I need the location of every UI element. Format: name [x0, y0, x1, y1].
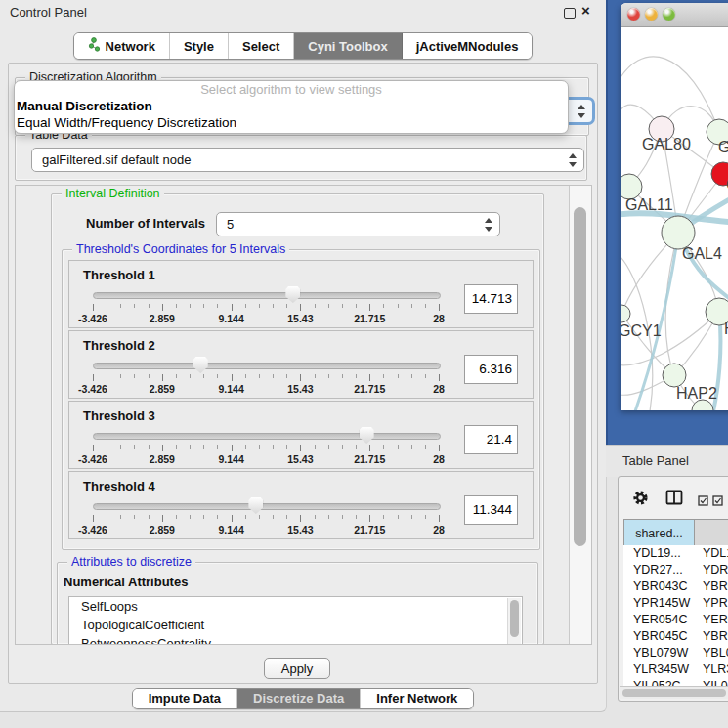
- tab-cyni-toolbox[interactable]: Cyni Toolbox: [294, 33, 402, 59]
- network-node-label: GAL80: [642, 136, 691, 152]
- network-node-label: GAL4: [682, 245, 722, 262]
- network-node-label: GCY1: [621, 322, 662, 339]
- columns-icon[interactable]: [665, 490, 683, 509]
- tab-network[interactable]: Network: [74, 33, 170, 59]
- tab-select[interactable]: Select: [229, 33, 294, 59]
- thresholds-group-label: Threshold's Coordinates for 5 Intervals: [72, 242, 289, 256]
- table-header-row: shared... na: [623, 519, 728, 547]
- float-window-icon[interactable]: [564, 8, 576, 19]
- table-row[interactable]: YBR043CYBR0: [623, 578, 728, 595]
- column-header-name[interactable]: na: [695, 520, 728, 546]
- combo-stepper-icon: [485, 218, 492, 232]
- network-node-label: HAP2: [676, 385, 717, 402]
- network-node-label: GAL11: [625, 196, 673, 213]
- bottom-tab-bar: Impute Data Discretize Data Infer Networ…: [0, 688, 606, 709]
- control-panel-titlebar[interactable]: Control Panel ×: [0, 0, 606, 23]
- threshold-4-value-field[interactable]: 11.344: [464, 495, 518, 525]
- numerical-attributes-list[interactable]: SelfLoopsTopologicalCoefficientBetweenne…: [68, 596, 523, 644]
- list-scrollbar[interactable]: [507, 598, 521, 644]
- threshold-3-value-field[interactable]: 21.4: [464, 425, 518, 454]
- network-window-titlebar[interactable]: [621, 3, 728, 27]
- slider-track[interactable]: [93, 433, 441, 440]
- top-tab-bar: Network Style Select Cyni Toolbox jActiv…: [0, 32, 606, 60]
- network-node-label: H: [724, 321, 728, 337]
- tab-jactivemnodules[interactable]: jActiveMNodules: [403, 33, 533, 59]
- desktop-background: Control Panel × Network: [0, 0, 728, 728]
- gear-icon[interactable]: [632, 490, 649, 510]
- interval-definition-group: Interval Definition Number of Intervals …: [51, 193, 544, 644]
- slider-track[interactable]: [93, 292, 441, 299]
- tab-impute-data[interactable]: Impute Data: [133, 689, 237, 708]
- slider-thumb[interactable]: [248, 497, 263, 514]
- table-panel: shared... na YDL19...YDL1YDR27...YDR2YBR…: [618, 476, 728, 702]
- slider-thumb[interactable]: [360, 427, 374, 444]
- table-row[interactable]: YPR145WYPR1: [623, 595, 728, 612]
- threshold-4-panel: Threshold 4 -3.4262.8599.14415.4321.7152…: [68, 471, 534, 539]
- slider-thumb[interactable]: [193, 357, 208, 373]
- network-node[interactable]: [621, 305, 630, 322]
- table-row[interactable]: YER054CYER0: [623, 612, 728, 628]
- scrollbar-thumb[interactable]: [622, 689, 726, 697]
- apply-button[interactable]: Apply: [264, 658, 330, 679]
- close-traffic-light[interactable]: [627, 8, 640, 21]
- threshold-1-panel: Threshold 1 -3.4262.8599.14415.4321.7152…: [68, 260, 534, 328]
- combo-stepper-icon: [578, 105, 585, 118]
- threshold-1-value-field[interactable]: 14.713: [464, 284, 518, 314]
- table-row[interactable]: YLR345WYLR3: [623, 662, 728, 678]
- threshold-4-slider[interactable]: -3.4262.8599.14415.4321.71528: [93, 497, 439, 538]
- tab-discretize-data[interactable]: Discretize Data: [237, 689, 361, 708]
- network-canvas[interactable]: GAL80GACGAL11GAL4GCY1HHAP2: [621, 27, 728, 410]
- table-row[interactable]: YDR27...YDR2: [623, 562, 728, 578]
- control-panel-window: Control Panel × Network: [0, 0, 607, 712]
- attributes-group: Attributes to discretize Numerical Attri…: [57, 562, 538, 644]
- threshold-2-value-field[interactable]: 6.316: [464, 355, 518, 384]
- network-node[interactable]: [662, 216, 695, 249]
- table-row[interactable]: YDL19...YDL1: [623, 545, 728, 562]
- table-row[interactable]: YBL079WYBL0: [623, 645, 728, 662]
- window-title: Control Panel: [10, 5, 87, 20]
- slider-track[interactable]: [93, 363, 441, 369]
- list-item[interactable]: SelfLoops: [69, 597, 522, 616]
- scrollbar-thumb[interactable]: [574, 207, 586, 546]
- zoom-traffic-light[interactable]: [663, 8, 675, 21]
- slider-track[interactable]: [93, 503, 441, 510]
- thresholds-group: Threshold's Coordinates for 5 Intervals …: [62, 249, 540, 550]
- table-panel-titlebar[interactable]: Table Panel: [606, 445, 728, 477]
- settings-scrollpane: Interval Definition Number of Intervals …: [15, 185, 592, 645]
- threshold-2-panel: Threshold 2 -3.4262.8599.14415.4321.7152…: [68, 330, 534, 399]
- table-data-group: Table Data galFiltered.sif default node: [15, 135, 587, 181]
- threshold-2-slider[interactable]: -3.4262.8599.14415.4321.71528: [93, 357, 439, 398]
- cyni-content-panel: Discretization Algorithm Select algorith…: [8, 63, 598, 684]
- threshold-3-slider[interactable]: -3.4262.8599.14415.4321.71528: [93, 427, 439, 468]
- network-icon: [88, 37, 101, 55]
- threshold-1-slider[interactable]: -3.4262.8599.14415.4321.71528: [93, 286, 439, 327]
- tab-style[interactable]: Style: [170, 33, 229, 59]
- table-row[interactable]: YBR045CYBR0: [623, 628, 728, 645]
- number-of-intervals-label: Number of Intervals: [86, 216, 205, 231]
- numerical-attributes-label: Numerical Attributes: [64, 575, 188, 589]
- interval-definition-label: Interval Definition: [62, 187, 164, 200]
- table-panel-title: Table Panel: [622, 453, 689, 468]
- unselect-all-checkbox-icon[interactable]: [712, 492, 723, 510]
- select-all-checkbox-icon[interactable]: [698, 492, 708, 510]
- list-item[interactable]: TopologicalCoefficient: [69, 616, 522, 634]
- dropdown-option-equal-width[interactable]: Equal Width/Frequency Discretization: [15, 114, 568, 131]
- tab-infer-network[interactable]: Infer Network: [361, 689, 473, 708]
- table-row[interactable]: YIL052CYIL0: [623, 678, 728, 686]
- network-view-window[interactable]: GAL80GACGAL11GAL4GCY1HHAP2: [621, 3, 728, 410]
- slider-thumb[interactable]: [285, 286, 300, 303]
- minimize-traffic-light[interactable]: [645, 8, 658, 21]
- dropdown-option-manual[interactable]: Manual Discretization: [15, 98, 568, 114]
- network-node[interactable]: [663, 364, 686, 387]
- table-toolbar: [619, 477, 728, 518]
- close-icon[interactable]: ×: [581, 2, 590, 19]
- algorithm-dropdown-popup: Select algorithm to view settings Manual…: [14, 80, 569, 134]
- threshold-3-panel: Threshold 3 -3.4262.8599.14415.4321.7152…: [68, 401, 534, 469]
- number-of-intervals-combobox[interactable]: 5: [216, 212, 500, 236]
- list-item[interactable]: BetweennessCentrality: [69, 634, 522, 644]
- column-header-shared-name[interactable]: shared...: [624, 520, 695, 546]
- vertical-scrollbar[interactable]: [569, 186, 591, 644]
- table-data-combobox[interactable]: galFiltered.sif default node: [31, 148, 584, 172]
- horizontal-scrollbar[interactable]: [620, 686, 728, 699]
- dropdown-placeholder: Select algorithm to view settings: [15, 81, 568, 98]
